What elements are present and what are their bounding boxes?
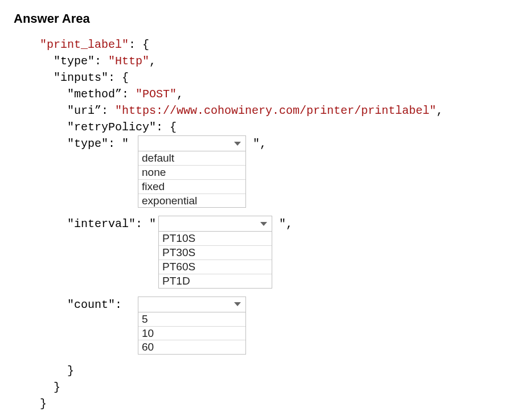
dropdown-count-block: 5 10 60 xyxy=(138,297,246,355)
option[interactable]: PT60S xyxy=(159,260,272,274)
option[interactable]: PT30S xyxy=(159,246,272,260)
dropdown-count[interactable] xyxy=(138,297,246,312)
close-brace: } xyxy=(67,364,74,377)
punct: , xyxy=(149,55,156,68)
code-line: "type": "Http", xyxy=(14,53,498,69)
key-interval: "interval": " xyxy=(67,217,156,230)
chevron-down-icon xyxy=(234,302,241,306)
option[interactable]: default xyxy=(138,151,245,166)
option[interactable]: 10 xyxy=(138,327,245,341)
dropdown-count-options: 5 10 60 xyxy=(138,312,246,355)
key-print-label: "print_label" xyxy=(40,38,129,51)
dropdown-type-block: default none fixed exponential xyxy=(138,135,246,208)
option[interactable]: 60 xyxy=(138,340,245,354)
key-retry-type: "type": " xyxy=(67,137,136,150)
key-count: "count": xyxy=(67,298,122,311)
page-title: Answer Area xyxy=(14,11,498,26)
option[interactable]: none xyxy=(138,166,245,180)
close-brace: } xyxy=(40,397,47,410)
code-line: } xyxy=(14,396,498,412)
code-line: "print_label": { xyxy=(14,36,498,53)
dropdown-type-options: default none fixed exponential xyxy=(138,151,246,208)
chevron-down-icon xyxy=(234,142,241,146)
code-line: "uri”: "https://www.cohowinery.com/print… xyxy=(14,102,498,119)
code-line: "inputs": { xyxy=(14,69,498,86)
val-uri: "https://www.cohowinery.com/printer/prin… xyxy=(115,104,436,117)
dropdown-interval-block: PT10S PT30S PT60S PT1D xyxy=(158,216,272,288)
val-post: "POST" xyxy=(136,88,177,101)
option[interactable]: PT10S xyxy=(159,232,272,246)
code-line-type: "type": " default none fixed exponential… xyxy=(14,135,498,208)
option[interactable]: exponential xyxy=(138,194,245,208)
code-line-interval: "interval": " PT10S PT30S PT60S PT1D ", xyxy=(14,216,498,288)
key-type: "type": xyxy=(54,55,108,68)
punct: , xyxy=(177,88,183,101)
dropdown-interval[interactable] xyxy=(158,216,272,232)
punct: , xyxy=(436,104,443,117)
option[interactable]: 5 xyxy=(138,312,245,327)
code-line: "method”: "POST", xyxy=(14,86,498,102)
punct: : { xyxy=(129,38,149,51)
punct: ", xyxy=(272,216,293,232)
code-line: } xyxy=(14,363,498,379)
key-inputs: "inputs": { xyxy=(54,71,129,84)
option[interactable]: fixed xyxy=(138,180,245,194)
option[interactable]: PT1D xyxy=(159,274,272,288)
code-line: "retryPolicy": { xyxy=(14,119,498,135)
dropdown-type[interactable] xyxy=(138,135,246,151)
dropdown-interval-options: PT10S PT30S PT60S PT1D xyxy=(158,231,272,288)
key-uri: "uri”: xyxy=(67,104,115,117)
code-block: "print_label": { "type": "Http", "inputs… xyxy=(14,36,498,412)
punct: ", xyxy=(246,135,267,152)
key-retrypolicy: "retryPolicy": { xyxy=(67,121,177,134)
key-method: "method”: xyxy=(67,88,136,101)
chevron-down-icon xyxy=(260,222,267,226)
code-line-count: "count": 5 10 60 xyxy=(14,297,498,355)
code-line: } xyxy=(14,379,498,396)
close-brace: } xyxy=(54,381,60,394)
val-http: "Http" xyxy=(108,55,149,68)
